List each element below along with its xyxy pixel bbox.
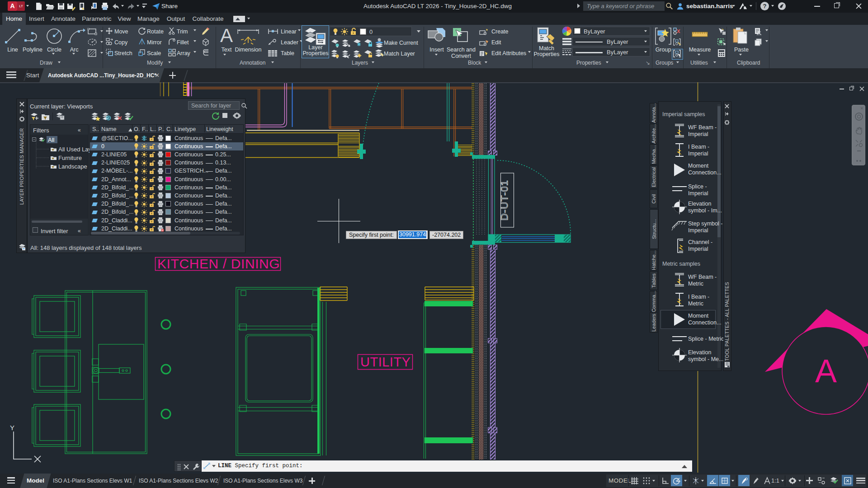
svg-text:A: A [815, 353, 837, 389]
svg-text:UTILITY: UTILITY [360, 355, 410, 369]
svg-text:Y: Y [10, 424, 14, 432]
svg-text:KITCHEN / DINING: KITCHEN / DINING [157, 256, 280, 271]
svg-text:D-UT-01: D-UT-01 [499, 180, 510, 221]
